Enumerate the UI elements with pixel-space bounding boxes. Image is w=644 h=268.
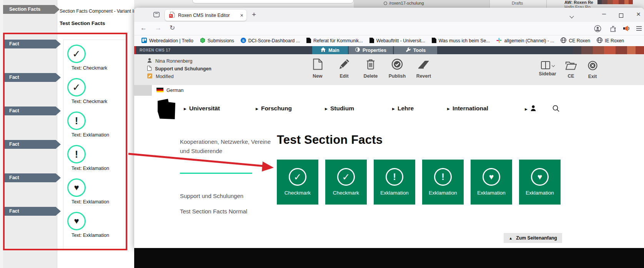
fact-text-label: Text: Exklamation bbox=[72, 166, 109, 171]
exclamation-icon: ! bbox=[386, 168, 403, 186]
person-icon bbox=[530, 105, 536, 113]
delete-button[interactable]: Delete bbox=[357, 58, 384, 79]
nav-login-item[interactable]: ▶ bbox=[525, 105, 536, 113]
status-info: Modified bbox=[147, 73, 173, 80]
list-panel-border-top bbox=[63, 40, 127, 40]
bookmark-item[interactable]: SDCI-Score-Dashboard ... bbox=[241, 38, 300, 44]
nav-item-lehre[interactable]: ▶Lehre bbox=[392, 105, 414, 112]
new-button[interactable]: New bbox=[304, 58, 331, 79]
heart-glyph: ♥ bbox=[74, 183, 79, 193]
megaphone-icon[interactable] bbox=[623, 25, 631, 33]
tile-label: Checkmark bbox=[333, 190, 359, 196]
check-icon: ✓ bbox=[289, 168, 306, 186]
bookmark-item[interactable]: Webredaktion | Trello bbox=[141, 38, 193, 44]
exit-button[interactable]: Exit bbox=[582, 61, 603, 79]
fact-tile[interactable]: ✓ Checkmark bbox=[325, 160, 367, 205]
bookmark-item[interactable]: Referat für Kommunik... bbox=[306, 38, 363, 44]
bookmark-item[interactable]: CE Roxen bbox=[561, 37, 590, 44]
bookmark-item[interactable]: IE Roxen bbox=[597, 37, 624, 44]
section-facts-tab-label: Section Facts bbox=[9, 7, 40, 12]
fact-text-label: Text: Exklamation bbox=[72, 199, 109, 205]
nav-item-international[interactable]: ▶International bbox=[447, 105, 488, 112]
fact-tile[interactable]: ! Exklamation bbox=[374, 160, 415, 205]
fact-tile[interactable]: ! Exklamation bbox=[422, 160, 464, 205]
language-tab-row: German bbox=[134, 85, 644, 96]
divider bbox=[546, 0, 547, 8]
globe-icon bbox=[597, 37, 602, 44]
pencil-icon bbox=[338, 58, 350, 72]
back-to-top-button[interactable]: ▲ Zum Seitenanfang bbox=[504, 233, 562, 243]
maximize-button[interactable] bbox=[619, 12, 623, 19]
user-info: Nina Ronnenberg bbox=[147, 58, 192, 64]
nav-item-studium[interactable]: ▶Studium bbox=[325, 105, 354, 112]
bottom-black-bar bbox=[134, 248, 644, 268]
nav-item-forschung[interactable]: ▶Forschung bbox=[256, 105, 292, 112]
exit-icon bbox=[588, 61, 597, 72]
browser-tab[interactable]: Roxen CMS Insite Editor × bbox=[165, 10, 246, 21]
back-window-edge bbox=[0, 0, 3, 268]
forward-button[interactable]: → bbox=[155, 25, 161, 31]
bookmark-item[interactable]: Submissions bbox=[200, 38, 234, 44]
sidebar-button[interactable]: Sidebar bbox=[535, 61, 560, 77]
check-icon: ✓ bbox=[67, 45, 86, 63]
site-logo[interactable] bbox=[158, 99, 175, 119]
fact-row-handle[interactable]: Fact bbox=[3, 173, 61, 182]
caret-right-icon: ▶ bbox=[256, 107, 258, 111]
firefox-view-icon[interactable] bbox=[153, 12, 160, 19]
exclamation-glyph: ! bbox=[75, 115, 78, 127]
mail-drafts-label: Drafts bbox=[512, 1, 523, 5]
fact-row-handle[interactable]: Fact bbox=[3, 207, 61, 216]
globe-icon bbox=[561, 37, 566, 44]
fact-row-handle[interactable]: Fact bbox=[3, 40, 61, 48]
extensions-icon[interactable] bbox=[610, 25, 616, 33]
menu-button[interactable] bbox=[636, 26, 642, 33]
fact-tile[interactable]: ♥ Exklamation bbox=[519, 160, 561, 205]
modified-icon bbox=[147, 73, 152, 80]
revert-button[interactable]: Revert bbox=[410, 58, 437, 79]
eraser-icon bbox=[418, 58, 430, 72]
reload-button[interactable]: ↻ bbox=[170, 25, 175, 31]
language-tab-german[interactable]: German bbox=[152, 85, 185, 96]
fact-text-label: Text: Exklamation bbox=[72, 233, 109, 238]
list-panel-border bbox=[63, 40, 63, 250]
cms-tab-main[interactable]: Main bbox=[312, 46, 348, 54]
tab-list-chevron-icon[interactable] bbox=[570, 12, 573, 19]
new-tab-button[interactable]: + bbox=[252, 11, 256, 18]
sidebar-link-normal[interactable]: Test Section Facts Normal bbox=[180, 208, 247, 215]
ce-button[interactable]: CE bbox=[560, 61, 582, 79]
bookmark-item[interactable]: Was muss ich beim Se... bbox=[432, 38, 490, 44]
account-icon[interactable] bbox=[594, 25, 601, 34]
heart-icon: ♥ bbox=[483, 168, 500, 186]
fact-row-handle[interactable]: Fact bbox=[3, 140, 61, 149]
nav-search-icon[interactable] bbox=[552, 105, 559, 112]
publish-button[interactable]: Publish bbox=[384, 58, 411, 79]
eye-icon bbox=[355, 47, 360, 53]
trello-icon bbox=[141, 38, 147, 44]
sidebar-link-support[interactable]: Support und Schulungen bbox=[180, 193, 243, 199]
exclamation-glyph: ! bbox=[75, 149, 78, 160]
roxen-cms-bar: ROXEN CMS 17 Main Properties Tools bbox=[134, 46, 644, 54]
fact-tile[interactable]: ♥ Exklamation bbox=[471, 160, 512, 205]
teal-divider bbox=[180, 173, 252, 174]
cms-tab-tools[interactable]: Tools bbox=[394, 46, 437, 54]
back-button[interactable]: ← bbox=[140, 25, 147, 31]
fact-row-handle[interactable]: Fact bbox=[3, 107, 61, 115]
mail-subject: AW: Roxen Re bbox=[564, 0, 593, 5]
close-button[interactable]: × bbox=[636, 10, 641, 18]
fact-row-handle[interactable]: Fact bbox=[3, 73, 61, 82]
nav-item-universitaet[interactable]: ▶Universität bbox=[184, 105, 220, 112]
bookmark-item[interactable]: Webauftritt - Universit... bbox=[369, 38, 425, 44]
edit-button[interactable]: Edit bbox=[331, 58, 358, 79]
section-facts-tab[interactable]: Section Facts bbox=[3, 5, 60, 14]
triangle-up-icon: ▲ bbox=[509, 236, 513, 240]
cms-tab-properties[interactable]: Properties bbox=[349, 46, 393, 54]
exclamation-icon: ! bbox=[434, 168, 452, 186]
fact-tile[interactable]: ✓ Checkmark bbox=[277, 160, 318, 205]
screen: Section Facts Component - Variant In Tes… bbox=[0, 0, 644, 268]
cms-header: Nina Ronnenberg Support und Schulungen M… bbox=[134, 54, 644, 85]
check-glyph: ✓ bbox=[72, 82, 81, 93]
tab-close-icon[interactable]: × bbox=[240, 13, 243, 18]
minimize-button[interactable]: – bbox=[602, 10, 606, 17]
bookmark-item[interactable]: allgemein (Channel) - ... bbox=[496, 38, 554, 44]
background-dialog-edge bbox=[192, 0, 354, 3]
